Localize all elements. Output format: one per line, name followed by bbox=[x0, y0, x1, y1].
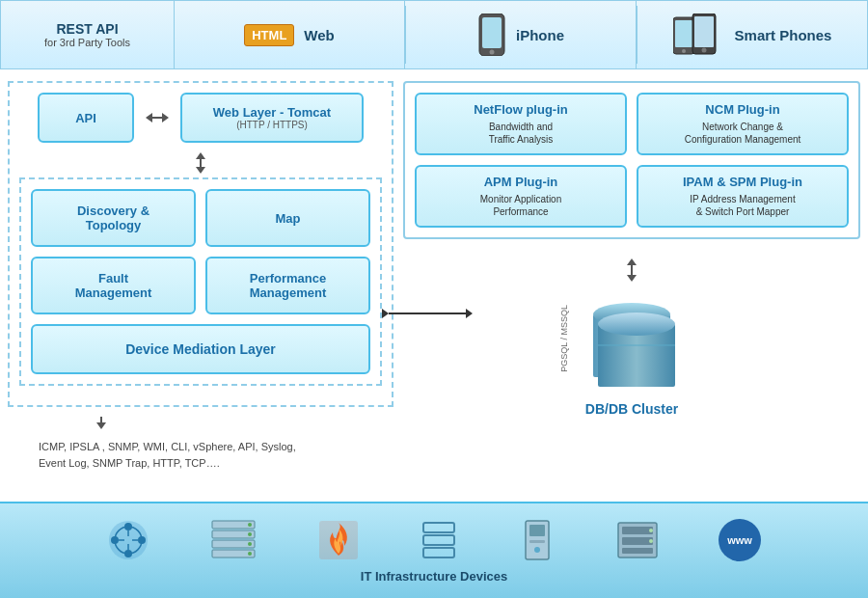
web-layer-label: Web Layer - Tomcat bbox=[213, 105, 331, 120]
horizontal-arrow-container bbox=[380, 309, 473, 318]
api-web-connector bbox=[146, 93, 169, 143]
performance-label: Performance Management bbox=[250, 271, 326, 300]
web-layer-sub: (HTTP / HTTPS) bbox=[236, 120, 308, 130]
svg-rect-35 bbox=[423, 548, 454, 557]
web-section: HTML Web bbox=[175, 1, 405, 68]
svg-rect-4 bbox=[675, 20, 692, 47]
netflow-plugin-box: NetFlow plug-in Bandwidth and Traffic An… bbox=[415, 93, 627, 155]
svg-point-8 bbox=[701, 48, 706, 53]
rest-api-subtitle: for 3rd Party Tools bbox=[44, 37, 130, 48]
tower-server-icon bbox=[518, 519, 556, 561]
iphone-label: iPhone bbox=[516, 27, 564, 43]
ncm-plugin-box: NCM Plug-in Network Change & Configurati… bbox=[637, 93, 849, 155]
main-content: API Web Layer - Tomcat (HTTP / HTTPS) bbox=[0, 69, 868, 502]
apm-title: APM Plug-in bbox=[426, 175, 615, 189]
bottom-icons-row: www bbox=[107, 519, 761, 561]
left-panel: API Web Layer - Tomcat (HTTP / HTTPS) bbox=[8, 81, 393, 407]
ncm-title: NCM Plug-in bbox=[648, 102, 837, 117]
svg-point-13 bbox=[598, 313, 675, 336]
inner-grid: Discovery & Topology Map Fault Managemen… bbox=[31, 189, 370, 314]
bottom-label: IT Infrastructure Devices bbox=[361, 569, 507, 584]
bottom-bar: www IT Infrastructure Devices bbox=[0, 502, 868, 598]
svg-point-29 bbox=[248, 532, 252, 536]
api-box: API bbox=[38, 93, 134, 143]
svg-rect-7 bbox=[694, 16, 714, 47]
svg-point-18 bbox=[111, 536, 119, 544]
www-icon: www bbox=[719, 519, 761, 561]
rest-api-section: REST API for 3rd Party Tools bbox=[1, 1, 175, 68]
fault-label: Fault Management bbox=[75, 271, 151, 300]
svg-point-16 bbox=[124, 523, 132, 530]
svg-point-44 bbox=[649, 529, 653, 532]
svg-point-45 bbox=[649, 539, 653, 543]
netflow-desc: Bandwidth and Traffic Analysis bbox=[426, 121, 615, 146]
svg-rect-41 bbox=[622, 527, 653, 534]
down-arrow-1 bbox=[19, 152, 382, 174]
db-cylinder-wrapper: PGSQL / MSSQL bbox=[569, 295, 694, 395]
firewall-icon bbox=[317, 519, 360, 561]
right-panel: NetFlow plug-in Bandwidth and Traffic An… bbox=[395, 69, 868, 502]
server-rack-icon bbox=[207, 519, 259, 561]
db-vertical-label: PGSQL / MSSQL bbox=[559, 305, 569, 372]
network-hub-icon bbox=[107, 519, 149, 561]
svg-point-5 bbox=[682, 49, 686, 53]
netflow-title: NetFlow plug-in bbox=[426, 102, 615, 117]
device-mediation-label: Device Mediation Layer bbox=[125, 341, 276, 357]
svg-point-31 bbox=[248, 552, 252, 556]
protocol-section: ICMP, IPSLA , SNMP, WMI, CLI, vSphere, A… bbox=[0, 415, 395, 476]
inner-panel: Discovery & Topology Map Fault Managemen… bbox=[19, 177, 382, 386]
web-layer-box: Web Layer - Tomcat (HTTP / HTTPS) bbox=[180, 93, 364, 143]
iphone-section: iPhone bbox=[406, 1, 637, 68]
storage-icon bbox=[614, 519, 661, 561]
ipam-desc: IP Address Management & Switch Port Mapp… bbox=[648, 193, 837, 218]
left-panel-wrapper: API Web Layer - Tomcat (HTTP / HTTPS) bbox=[0, 69, 395, 502]
svg-point-38 bbox=[534, 547, 540, 553]
html-badge: HTML bbox=[244, 24, 294, 46]
svg-point-28 bbox=[248, 523, 252, 527]
svg-rect-34 bbox=[423, 535, 454, 545]
db-cylinder-svg bbox=[579, 295, 685, 392]
svg-point-19 bbox=[138, 536, 146, 544]
smartphones-section: Smart Phones bbox=[637, 1, 867, 68]
svg-rect-42 bbox=[622, 537, 653, 545]
fault-management-box: Fault Management bbox=[31, 257, 196, 314]
device-mediation-box: Device Mediation Layer bbox=[31, 324, 370, 374]
svg-point-30 bbox=[248, 542, 252, 546]
down-arrow-plugins bbox=[403, 258, 860, 282]
api-label: API bbox=[75, 111, 96, 125]
protocol-text: ICMP, IPSLA , SNMP, WMI, CLI, vSphere, A… bbox=[19, 433, 376, 476]
rest-api-title: REST API bbox=[56, 21, 118, 37]
svg-rect-33 bbox=[423, 523, 454, 532]
ipam-title: IPAM & SPM Plug-in bbox=[648, 175, 837, 189]
svg-point-2 bbox=[489, 50, 494, 55]
map-box: Map bbox=[205, 189, 370, 247]
svg-rect-39 bbox=[529, 540, 545, 543]
ipam-plugin-box: IPAM & SPM Plug-in IP Address Management… bbox=[637, 165, 849, 228]
down-arrow-proto bbox=[96, 417, 376, 429]
apm-plugin-box: APM Plug-in Monitor Application Performa… bbox=[415, 165, 627, 228]
ncm-desc: Network Change & Configuration Managemen… bbox=[648, 121, 837, 146]
web-label: Web bbox=[304, 27, 334, 43]
discovery-topology-box: Discovery & Topology bbox=[31, 189, 196, 247]
svg-rect-43 bbox=[622, 548, 653, 554]
map-label: Map bbox=[276, 211, 301, 226]
smartphones-label: Smart Phones bbox=[735, 27, 832, 43]
smartphones-icon bbox=[673, 14, 725, 56]
svg-point-17 bbox=[124, 550, 132, 557]
performance-management-box: Performance Management bbox=[205, 257, 370, 314]
top-bar: REST API for 3rd Party Tools HTML Web iP… bbox=[0, 0, 868, 69]
db-name: DB/DB Cluster bbox=[585, 401, 678, 417]
plugins-panel: NetFlow plug-in Bandwidth and Traffic An… bbox=[403, 81, 860, 239]
api-web-row: API Web Layer - Tomcat (HTTP / HTTPS) bbox=[19, 93, 382, 143]
svg-rect-37 bbox=[529, 525, 545, 536]
virtualization-icon bbox=[418, 519, 460, 561]
iphone-icon bbox=[477, 14, 506, 56]
svg-rect-1 bbox=[482, 17, 502, 48]
discovery-label: Discovery & Topology bbox=[77, 204, 149, 232]
apm-desc: Monitor Application Performance bbox=[426, 193, 615, 218]
